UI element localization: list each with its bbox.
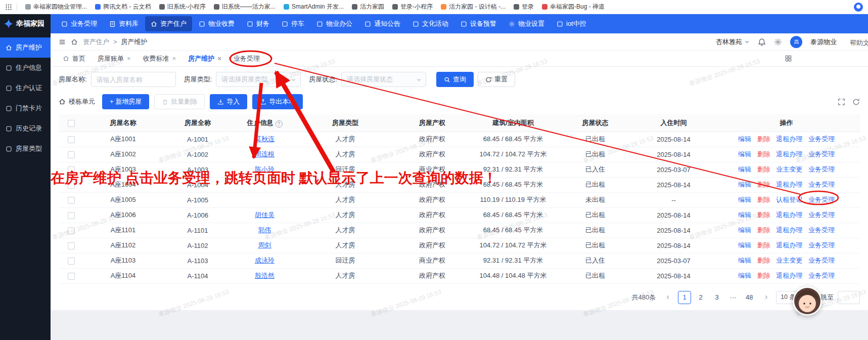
search-button[interactable]: 查询 bbox=[436, 72, 474, 87]
row-checkbox[interactable] bbox=[68, 197, 75, 204]
resident-link[interactable]: 殷浩然 bbox=[255, 272, 275, 279]
add-house-button[interactable]: + 新增房屋 bbox=[102, 94, 149, 109]
bookmark-item[interactable]: 幸福家园物业管理... bbox=[22, 1, 90, 13]
select-all-checkbox[interactable] bbox=[68, 120, 75, 127]
user-avatar[interactable] bbox=[790, 36, 802, 48]
row-action-link[interactable]: 编辑 bbox=[738, 226, 751, 234]
help-doc-link[interactable]: 帮助文档 bbox=[850, 38, 868, 48]
topnav-item[interactable]: iot中控 bbox=[551, 16, 592, 31]
page-tab[interactable]: 业务受理 bbox=[229, 51, 265, 67]
sidebar-item[interactable]: 房屋类型 bbox=[0, 139, 51, 159]
topnav-item[interactable]: 业务受理 bbox=[56, 16, 103, 31]
row-action-link[interactable]: 删除 bbox=[757, 211, 770, 219]
topnav-item[interactable]: 物业设置 bbox=[503, 16, 550, 31]
resident-link[interactable]: 周剑 bbox=[258, 241, 271, 249]
row-action-link[interactable]: 编辑 bbox=[738, 165, 751, 173]
row-action-link[interactable]: 业务受理 bbox=[808, 211, 835, 219]
row-action-link[interactable]: 业务受理 bbox=[808, 241, 835, 249]
fullscreen-expand-icon[interactable] bbox=[838, 98, 845, 106]
page-tab[interactable]: 房产维护 × bbox=[183, 51, 226, 67]
tab-close-icon[interactable]: × bbox=[127, 55, 131, 62]
page-tab[interactable]: 房屋账单 × bbox=[93, 51, 136, 67]
bell-icon[interactable] bbox=[758, 38, 766, 46]
bookmark-item[interactable]: 活力家园 bbox=[348, 1, 388, 13]
row-checkbox[interactable] bbox=[68, 166, 75, 174]
sidebar-item[interactable]: 房产维护 bbox=[0, 37, 51, 58]
brand[interactable]: 幸福家园 bbox=[0, 14, 51, 33]
bookmark-item[interactable]: 旧系统——活力家... bbox=[210, 1, 279, 13]
sidebar-item[interactable]: 住户信息 bbox=[0, 58, 51, 78]
jump-to-page-input[interactable] bbox=[838, 291, 860, 304]
page-number-button[interactable]: 3 bbox=[710, 291, 723, 304]
row-action-link[interactable]: 编辑 bbox=[738, 150, 751, 158]
building-unit-button[interactable]: 楼栋单元 bbox=[59, 97, 95, 106]
page-number-button[interactable]: 1 bbox=[678, 291, 691, 304]
bookmark-item[interactable]: SmartAdmin 开发... bbox=[280, 1, 347, 13]
row-action-link[interactable]: 退租办理 bbox=[776, 135, 802, 143]
browser-profile-icon[interactable] bbox=[854, 3, 863, 12]
topnav-item[interactable]: 停车 bbox=[276, 16, 310, 31]
resident-link[interactable]: 胡佳吴 bbox=[255, 211, 275, 219]
import-button[interactable]: 导入 bbox=[210, 94, 247, 109]
tab-close-icon[interactable]: × bbox=[217, 55, 221, 62]
row-action-link[interactable]: 删除 bbox=[757, 272, 770, 279]
batch-delete-button[interactable]: 批量删除 bbox=[154, 94, 205, 109]
resident-link[interactable]: 陈小玲 bbox=[255, 165, 275, 173]
row-action-link[interactable]: 业务受理 bbox=[808, 165, 835, 173]
row-action-link[interactable]: 删除 bbox=[757, 181, 770, 188]
row-action-link[interactable]: 编辑 bbox=[738, 211, 751, 219]
refresh-icon[interactable] bbox=[852, 98, 860, 106]
bookmark-item[interactable]: 腾讯文档 - 云文档 bbox=[92, 1, 155, 13]
resident-link[interactable]: 成泳玲 bbox=[255, 257, 275, 264]
assistant-avatar[interactable] bbox=[793, 286, 822, 316]
row-action-link[interactable]: 退租办理 bbox=[776, 272, 802, 279]
apps-grid-icon[interactable] bbox=[5, 4, 12, 11]
row-action-link[interactable]: 业务受理 bbox=[808, 272, 835, 279]
sidebar-item[interactable]: 门禁卡片 bbox=[0, 98, 51, 118]
row-action-link[interactable]: 退租办理 bbox=[776, 211, 802, 219]
page-tab[interactable]: 收费标准 × bbox=[138, 51, 181, 67]
row-action-link[interactable]: 编辑 bbox=[738, 272, 751, 279]
row-action-link[interactable]: 编辑 bbox=[738, 196, 751, 203]
reset-button[interactable]: 重置 bbox=[478, 72, 515, 87]
row-action-link[interactable]: 编辑 bbox=[738, 241, 751, 249]
row-action-link[interactable]: 退租办理 bbox=[776, 226, 802, 234]
row-action-link[interactable]: 业务受理 bbox=[808, 257, 835, 264]
row-action-link[interactable]: 删除 bbox=[757, 135, 770, 143]
row-checkbox[interactable] bbox=[68, 151, 75, 158]
row-action-link[interactable]: 业务受理 bbox=[808, 196, 835, 203]
page-number-button[interactable]: ··· bbox=[726, 291, 740, 304]
row-action-link[interactable]: 删除 bbox=[757, 241, 770, 249]
gear-icon[interactable] bbox=[774, 38, 782, 46]
topnav-item[interactable]: 通知公告 bbox=[359, 16, 406, 31]
topnav-item[interactable]: 设备预警 bbox=[455, 16, 502, 31]
resident-link[interactable]: 周连根 bbox=[255, 150, 275, 158]
row-action-link[interactable]: 业务受理 bbox=[808, 135, 835, 143]
row-checkbox[interactable] bbox=[68, 273, 75, 280]
bookmark-item[interactable]: 登录 bbox=[510, 1, 537, 13]
house-type-select[interactable]: 请选择房屋类型 bbox=[216, 72, 301, 87]
prev-page-button[interactable] bbox=[662, 291, 674, 304]
row-action-link[interactable]: 退租办理 bbox=[776, 181, 802, 188]
row-action-link[interactable]: 删除 bbox=[757, 196, 770, 203]
page-tab[interactable]: 首页 bbox=[58, 51, 90, 67]
bookmark-item[interactable]: 活力家园 - 设计稿 -... bbox=[437, 1, 509, 13]
user-name[interactable]: 泰源物业 bbox=[810, 37, 837, 47]
tab-close-icon[interactable]: × bbox=[172, 55, 176, 62]
row-action-link[interactable]: 认租登记 bbox=[776, 196, 802, 203]
page-number-button[interactable]: 48 bbox=[743, 291, 756, 304]
row-action-link[interactable]: 退租办理 bbox=[776, 241, 802, 249]
row-action-link[interactable]: 编辑 bbox=[738, 181, 751, 188]
row-action-link[interactable]: 业主变更 bbox=[776, 257, 802, 264]
bookmark-item[interactable]: 幸福家园-Bug - 禅道 bbox=[538, 1, 608, 13]
sidebar-item[interactable]: 住户认证 bbox=[0, 78, 51, 98]
row-action-link[interactable]: 编辑 bbox=[738, 257, 751, 264]
house-name-input[interactable] bbox=[91, 72, 176, 87]
resident-info-help-icon[interactable]: ? bbox=[276, 120, 283, 128]
row-action-link[interactable]: 业务受理 bbox=[808, 226, 835, 234]
topnav-item[interactable]: 文化活动 bbox=[407, 16, 454, 31]
row-action-link[interactable]: 删除 bbox=[757, 150, 770, 158]
sidebar-collapse-icon[interactable] bbox=[59, 38, 66, 46]
next-page-button[interactable] bbox=[760, 291, 772, 304]
row-checkbox[interactable] bbox=[68, 227, 75, 234]
